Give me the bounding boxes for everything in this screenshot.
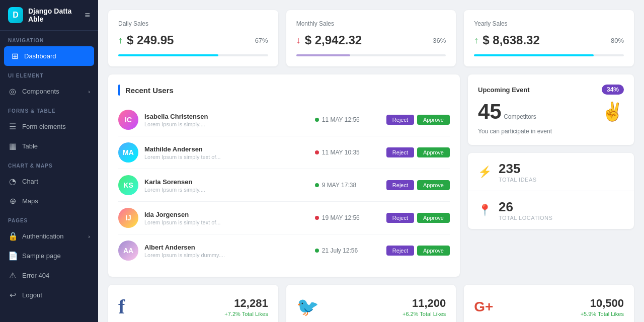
sidebar-item-components[interactable]: ◎ Components › (0, 82, 98, 101)
approve-button[interactable]: Approve (417, 115, 450, 125)
stat-monthly-title: Monthly Sales (296, 20, 446, 27)
user-name: Albert Andersen (144, 244, 309, 251)
maps-icon: ⊕ (8, 196, 17, 206)
social-card-twitter: 🐦 11,200 +6.2% Total Likes (286, 285, 456, 322)
section-bar-accent (118, 85, 120, 96)
stat-card-monthly: Monthly Sales ↓ $ 2,942.32 36% (286, 10, 456, 66)
approve-button[interactable]: Approve (417, 213, 450, 223)
sidebar-item-label-components: Components (22, 88, 59, 95)
sidebar-item-error-404[interactable]: ⚠ Error 404 (0, 266, 98, 285)
facebook-stat: 12,281 +7.2% Total Likes (133, 297, 268, 317)
table-row: AA Albert Andersen Lorem Ipsum is simply… (118, 234, 450, 267)
reject-button[interactable]: Reject (386, 147, 414, 157)
stat-daily-value-row: ↑ $ 249.95 (118, 33, 174, 47)
ideas-card: ⚡ 235 TOTAL IDEAS (468, 153, 634, 191)
user-desc: Lorem Ipsum is simply dummy.... (144, 252, 309, 258)
sidebar-toggle-icon[interactable]: ≡ (85, 10, 90, 21)
user-status: 21 July 12:56 (315, 247, 380, 254)
nav-section-pages: PAGES (0, 211, 98, 226)
sidebar-item-label-maps: Maps (22, 197, 38, 205)
ideas-label: TOTAL IDEAS (499, 177, 537, 183)
components-icon: ◎ (8, 87, 17, 96)
event-count-group: 45 Competitors (478, 100, 536, 124)
stat-daily-value: $ 249.95 (127, 33, 174, 47)
stat-yearly-value: $ 8,638.32 (482, 33, 539, 47)
sidebar-item-chart[interactable]: ◔ Chart (0, 172, 98, 191)
pin-icon: 📍 (478, 204, 492, 217)
avatar: IJ (118, 208, 138, 228)
brand-logo: D (8, 7, 23, 23)
stat-monthly-value-row: ↓ $ 2,942.32 (296, 33, 362, 47)
twitter-count: 11,200 (327, 297, 446, 310)
recent-users-header: Recent Users (118, 85, 450, 96)
approve-button[interactable]: Approve (417, 180, 450, 190)
sidebar-item-label-chart: Chart (22, 178, 38, 185)
ideas-info: 235 TOTAL IDEAS (499, 161, 537, 183)
event-body: 45 Competitors ✌️ (478, 100, 624, 124)
content-row: Recent Users IC Isabella Christensen Lor… (108, 74, 634, 277)
nav-section-navigation: NAVIGATION (0, 31, 98, 46)
stat-monthly-bar (296, 54, 446, 56)
nav-section-ui: UI ELEMENT (0, 66, 98, 82)
event-header: Upcoming Event 34% (478, 85, 624, 95)
user-actions: Reject Approve (386, 246, 450, 256)
sidebar-item-authentication[interactable]: 🔒 Authentication › (0, 226, 98, 246)
stat-yearly-bar (474, 54, 624, 56)
reject-button[interactable]: Reject (386, 115, 414, 125)
info-cards: ⚡ 235 TOTAL IDEAS 📍 26 TOTAL LOCATIONS (468, 153, 634, 229)
user-status: 11 MAY 12:56 (315, 116, 380, 123)
reject-button[interactable]: Reject (386, 180, 414, 190)
user-status: 11 MAY 10:35 (315, 149, 380, 156)
stat-daily-body: ↑ $ 249.95 67% (118, 33, 268, 47)
status-dot-offline (315, 150, 319, 154)
avatar: MA (118, 142, 138, 163)
user-name: Mathilde Andersen (144, 145, 309, 153)
user-desc: Lorem Ipsum is simply.... (144, 187, 309, 193)
user-desc: Lorem Ipsum is simply text of... (144, 219, 309, 225)
user-desc: Lorem Ipsum is simply text of... (144, 154, 309, 160)
stat-monthly-percent: 36% (433, 37, 446, 44)
user-info: Isabella Christensen Lorem Ipsum is simp… (144, 113, 309, 127)
avatar: KS (118, 175, 138, 195)
user-status: 19 MAY 12:56 (315, 214, 380, 221)
user-actions: Reject Approve (386, 115, 450, 125)
stat-monthly-trend-icon: ↓ (296, 35, 301, 46)
facebook-icon: f (118, 295, 125, 318)
chart-icon: ◔ (8, 177, 17, 186)
sidebar-item-label-form: Form elements (22, 123, 66, 130)
approve-button[interactable]: Approve (417, 246, 450, 256)
event-badge: 34% (602, 85, 624, 95)
event-title: Upcoming Event (478, 86, 530, 94)
sidebar-item-logout[interactable]: ↩ Logout (0, 285, 98, 305)
reject-button[interactable]: Reject (386, 246, 414, 256)
avatar: IC (118, 110, 138, 130)
facebook-change: +7.2% Total Likes (133, 311, 268, 317)
user-desc: Lorem Ipsum is simply.... (144, 121, 309, 127)
sidebar: D Django Datta Able ≡ NAVIGATION ⊞ Dashb… (0, 0, 98, 322)
table-row: MA Mathilde Andersen Lorem Ipsum is simp… (118, 136, 450, 169)
stat-daily-bar-fill (118, 54, 218, 56)
stat-yearly-percent: 80% (611, 37, 624, 44)
stat-yearly-title: Yearly Sales (474, 20, 624, 27)
chevron-right-auth-icon: › (88, 233, 90, 239)
sidebar-item-sample-page[interactable]: 📄 Sample page (0, 246, 98, 266)
user-name: Karla Sorensen (144, 178, 309, 186)
sidebar-item-form-elements[interactable]: ☰ Form elements (0, 117, 98, 136)
approve-button[interactable]: Approve (417, 147, 450, 157)
sidebar-item-label-sample: Sample page (22, 252, 61, 260)
status-dot-online (315, 183, 319, 187)
sidebar-item-table[interactable]: ▦ Table (0, 136, 98, 156)
sidebar-item-label-auth: Authentication (22, 232, 63, 240)
form-icon: ☰ (8, 122, 17, 131)
recent-users-card: Recent Users IC Isabella Christensen Lor… (108, 74, 460, 277)
reject-button[interactable]: Reject (386, 213, 414, 223)
brand-title: Django Datta Able (28, 7, 85, 23)
brand: D Django Datta Able (8, 7, 85, 23)
locations-count: 26 (499, 199, 552, 215)
stat-card-daily: Daily Sales ↑ $ 249.95 67% (108, 10, 278, 66)
sidebar-item-maps[interactable]: ⊕ Maps (0, 191, 98, 211)
table-row: IJ Ida Jorgensen Lorem Ipsum is simply t… (118, 202, 450, 234)
dashboard-icon: ⊞ (10, 51, 19, 61)
lightning-icon: ⚡ (478, 166, 492, 179)
sidebar-item-dashboard[interactable]: ⊞ Dashboard (4, 46, 94, 66)
